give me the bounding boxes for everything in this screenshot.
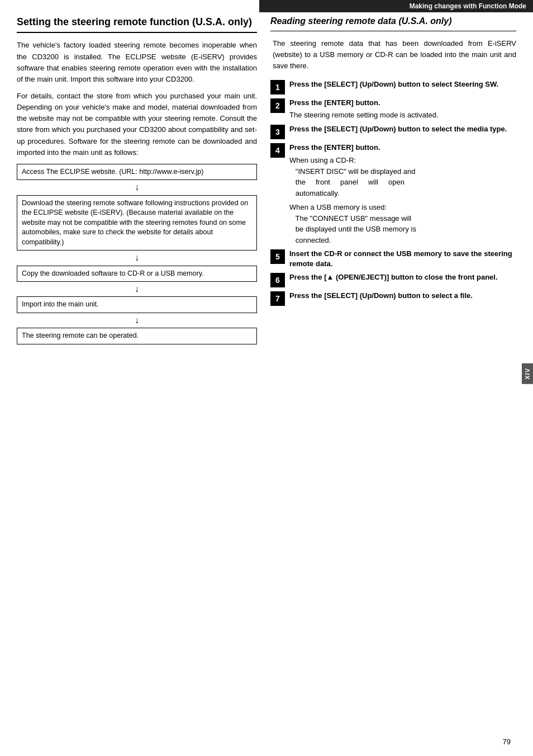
step-instruction-5: Insert the CD-R or connect the USB memor… xyxy=(289,249,516,269)
step-number-5: 5 xyxy=(270,249,285,264)
left-paragraph-1: The vehicle's factory loaded steering re… xyxy=(17,40,257,85)
step-content-3: Press the [SELECT] (Up/Down) button to s… xyxy=(289,124,516,134)
flow-arrow-2: ↓ xyxy=(17,252,257,264)
step-detail-4: When using a CD-R: "INSERT DISC" will be… xyxy=(289,155,516,245)
step-5: 5 Insert the CD-R or connect the USB mem… xyxy=(270,249,516,269)
step-content-7: Press the [SELECT] (Up/Down) button to s… xyxy=(289,291,516,301)
left-divider xyxy=(17,32,257,33)
right-column: Reading steering remote data (U.S.A. onl… xyxy=(270,16,516,734)
flow-box-5: The steering remote can be operated. xyxy=(17,328,257,344)
right-divider xyxy=(270,31,516,31)
step-content-2: Press the [ENTER] button. The steering r… xyxy=(289,98,516,121)
step-instruction-3: Press the [SELECT] (Up/Down) button to s… xyxy=(289,124,516,134)
step-number-6: 6 xyxy=(270,273,285,287)
step-4: 4 Press the [ENTER] button. When using a… xyxy=(270,143,516,245)
step-instruction-7: Press the [SELECT] (Up/Down) button to s… xyxy=(289,291,516,301)
flow-arrow-4: ↓ xyxy=(17,314,257,327)
steps-container: 1 Press the [SELECT] (Up/Down) button to… xyxy=(270,79,516,309)
step-2: 2 Press the [ENTER] button. The steering… xyxy=(270,98,516,121)
flow-container: Access The ECLIPSE website. (URL: http:/… xyxy=(17,164,257,344)
step-6: 6 Press the [▲ (OPEN/EJECT)] button to c… xyxy=(270,272,516,287)
step-number-4: 4 xyxy=(270,143,285,158)
step-content-4: Press the [ENTER] button. When using a C… xyxy=(289,143,516,245)
side-tab-label: XIV xyxy=(524,368,531,380)
header-label: Making changes with Function Mode xyxy=(410,2,526,10)
step-number-7: 7 xyxy=(270,291,285,306)
step-instruction-1: Press the [SELECT] (Up/Down) button to s… xyxy=(289,79,516,89)
step-7: 7 Press the [SELECT] (Up/Down) button to… xyxy=(270,291,516,306)
flow-box-2: Download the steering remote software fo… xyxy=(17,195,257,251)
step-instruction-2: Press the [ENTER] button. xyxy=(289,98,516,108)
left-column: Setting the steering remote function (U.… xyxy=(17,16,257,734)
step-content-5: Insert the CD-R or connect the USB memor… xyxy=(289,249,516,269)
step-instruction-6: Press the [▲ (OPEN/EJECT)] button to clo… xyxy=(289,272,516,282)
step-content-6: Press the [▲ (OPEN/EJECT)] button to clo… xyxy=(289,272,516,282)
left-paragraph-2: For details, contact the store from whic… xyxy=(17,91,257,158)
header-bar: Making changes with Function Mode xyxy=(259,0,533,12)
left-section-heading: Setting the steering remote function (U.… xyxy=(17,16,257,29)
side-tab: XIV xyxy=(522,363,533,384)
step-number-1: 1 xyxy=(270,80,285,94)
flow-box-1: Access The ECLIPSE website. (URL: http:/… xyxy=(17,164,257,181)
step-number-3: 3 xyxy=(270,125,285,139)
step-detail-2: The steering remote setting mode is acti… xyxy=(289,110,516,121)
step-1: 1 Press the [SELECT] (Up/Down) button to… xyxy=(270,79,516,94)
flow-arrow-1: ↓ xyxy=(17,181,257,193)
step-content-1: Press the [SELECT] (Up/Down) button to s… xyxy=(289,79,516,89)
page-content: Setting the steering remote function (U.… xyxy=(17,16,516,734)
step-number-2: 2 xyxy=(270,98,285,113)
flow-box-4: Import into the main unit. xyxy=(17,296,257,313)
right-intro-text: The steering remote data that has been d… xyxy=(270,38,516,72)
step-instruction-4: Press the [ENTER] button. xyxy=(289,143,516,153)
step-3: 3 Press the [SELECT] (Up/Down) button to… xyxy=(270,124,516,139)
right-section-heading: Reading steering remote data (U.S.A. onl… xyxy=(270,16,516,27)
flow-box-3: Copy the downloaded software to CD-R or … xyxy=(17,266,257,282)
flow-arrow-3: ↓ xyxy=(17,283,257,295)
page-number: 79 xyxy=(503,738,511,746)
